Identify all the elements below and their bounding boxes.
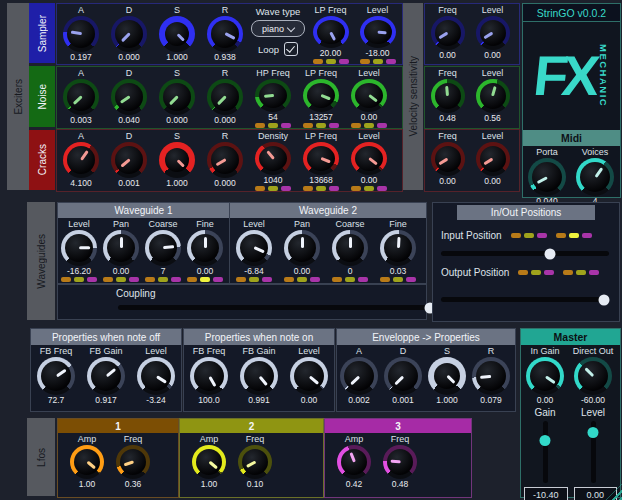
mod-square bbox=[213, 277, 223, 282]
knob-dial-d[interactable] bbox=[384, 357, 422, 395]
knob-value: 0.42 bbox=[346, 479, 363, 489]
mod-square bbox=[386, 59, 396, 64]
knob-dial-amp[interactable] bbox=[192, 445, 226, 479]
mod-indicators bbox=[61, 277, 97, 282]
knob-label: A bbox=[78, 5, 84, 16]
mod-square bbox=[524, 233, 534, 238]
mod-square bbox=[373, 59, 383, 64]
level-slider-label: Level bbox=[569, 407, 617, 418]
knob-dial-r[interactable] bbox=[207, 16, 243, 52]
knob-dial-a[interactable] bbox=[63, 16, 99, 52]
knob-dial-freq[interactable] bbox=[238, 445, 272, 479]
knob-face bbox=[434, 363, 460, 389]
knob-dial-level[interactable] bbox=[476, 142, 510, 176]
knob-dial-freq[interactable] bbox=[431, 142, 465, 176]
knob-dial-level[interactable] bbox=[351, 79, 387, 112]
wave-type-select[interactable]: piano bbox=[251, 20, 305, 37]
knob-dial-pan[interactable] bbox=[103, 230, 139, 266]
knob-needle bbox=[301, 237, 304, 248]
knob-dial-s[interactable] bbox=[159, 142, 195, 178]
knob-dial-a[interactable] bbox=[340, 357, 378, 395]
tab-noise[interactable]: Noise bbox=[29, 66, 55, 126]
knob-dial-voices[interactable] bbox=[576, 158, 614, 196]
knob-dial-level[interactable] bbox=[236, 230, 272, 266]
knob-dial-r[interactable] bbox=[207, 79, 243, 115]
knob-dial-lp-freq[interactable] bbox=[303, 79, 339, 112]
loop-checkbox[interactable] bbox=[284, 42, 298, 56]
slider-handle[interactable] bbox=[598, 294, 609, 305]
knob-dial-level[interactable] bbox=[476, 79, 510, 113]
knob-dial-fb-gain[interactable] bbox=[87, 357, 125, 395]
knob-dial-level[interactable] bbox=[360, 16, 396, 48]
knob-label: Voices bbox=[582, 147, 609, 158]
knob-dial-d[interactable] bbox=[111, 16, 147, 52]
slider-handle[interactable] bbox=[540, 435, 551, 446]
knob-needle bbox=[120, 237, 123, 248]
knob-direct-out: Direct Out-60.00 bbox=[569, 345, 617, 405]
knob-dial-direct-out[interactable] bbox=[574, 357, 612, 395]
knob-dial-level[interactable] bbox=[476, 16, 510, 50]
knob-value: 4.100 bbox=[70, 178, 91, 188]
knob-dial-s[interactable] bbox=[428, 357, 466, 395]
knob-dial-density[interactable] bbox=[255, 142, 291, 175]
knob-dial-freq[interactable] bbox=[431, 16, 465, 50]
knob-dial-coarse[interactable] bbox=[332, 230, 368, 266]
gain-slider[interactable] bbox=[543, 421, 548, 483]
knob-dial-r[interactable] bbox=[207, 142, 243, 178]
knob-dial-fb-gain[interactable] bbox=[240, 357, 278, 395]
knob-level: Level-16.20 bbox=[58, 218, 100, 282]
knob-dial-level[interactable] bbox=[351, 142, 387, 175]
knob-face bbox=[65, 234, 93, 262]
knob-dial-hp-freq[interactable] bbox=[255, 79, 291, 112]
knob-dial-porta[interactable] bbox=[528, 158, 566, 196]
knob-dial-level[interactable] bbox=[137, 357, 175, 395]
knob-face bbox=[194, 361, 224, 391]
knob-dial-d[interactable] bbox=[111, 142, 147, 178]
knob-dial-fine[interactable] bbox=[380, 230, 416, 266]
knob-dial-a[interactable] bbox=[63, 79, 99, 115]
knob-dial-freq[interactable] bbox=[116, 445, 150, 479]
knob-dial-r[interactable] bbox=[472, 357, 510, 395]
knob-dial-level[interactable] bbox=[61, 230, 97, 266]
knob-dial-fb-freq[interactable] bbox=[190, 357, 228, 395]
tab-cracks[interactable]: Cracks bbox=[29, 130, 55, 190]
level-slider[interactable] bbox=[591, 421, 596, 483]
knob-dial-in-gain[interactable] bbox=[526, 357, 564, 395]
knob-dial-d[interactable] bbox=[111, 79, 147, 115]
mod-square bbox=[262, 277, 272, 282]
knob-label: Amp bbox=[200, 434, 219, 445]
knob-fb-freq: FB Freq72.7 bbox=[31, 345, 81, 405]
knob-dial-level[interactable] bbox=[290, 357, 328, 395]
coupling-slider[interactable] bbox=[118, 305, 443, 310]
knob-dial-lp-freq[interactable] bbox=[313, 16, 349, 48]
knob-dial-amp[interactable] bbox=[70, 445, 104, 479]
knob-dial-fine[interactable] bbox=[187, 230, 223, 266]
knob-face bbox=[74, 449, 100, 475]
knob-face bbox=[435, 83, 461, 109]
slider-handle[interactable] bbox=[545, 248, 556, 259]
knob-dial-s[interactable] bbox=[159, 16, 195, 52]
input-position-slider[interactable] bbox=[441, 251, 609, 256]
knob-dial-lp-freq[interactable] bbox=[303, 142, 339, 175]
mod-square bbox=[316, 186, 326, 191]
knob-dial-coarse[interactable] bbox=[145, 230, 181, 266]
knob-dial-freq[interactable] bbox=[383, 445, 417, 479]
slider-handle[interactable] bbox=[588, 427, 599, 438]
knob-needle bbox=[584, 367, 594, 377]
lfo1-knobs: Amp1.00Freq0.36 bbox=[58, 433, 178, 489]
output-position-slider[interactable] bbox=[441, 297, 609, 302]
knob-dial-pan[interactable] bbox=[284, 230, 320, 266]
knob-dial-freq[interactable] bbox=[431, 79, 465, 113]
knob-face bbox=[480, 20, 506, 46]
knob-dial-s[interactable] bbox=[159, 79, 195, 115]
knob-dial-a[interactable] bbox=[63, 142, 99, 178]
knob-face bbox=[196, 449, 222, 475]
input-mod-indicators-a bbox=[511, 233, 547, 238]
knob-dial-amp[interactable] bbox=[337, 445, 371, 479]
knob-needle bbox=[483, 158, 493, 166]
lfo2-panel: 2 Amp1.00Freq0.10 bbox=[179, 418, 324, 498]
knob-value: 0.040 bbox=[118, 115, 139, 125]
tab-sampler[interactable]: Sampler bbox=[29, 3, 55, 63]
knob-dial-fb-freq[interactable] bbox=[37, 357, 75, 395]
knob-coarse: Coarse7 bbox=[142, 218, 184, 282]
